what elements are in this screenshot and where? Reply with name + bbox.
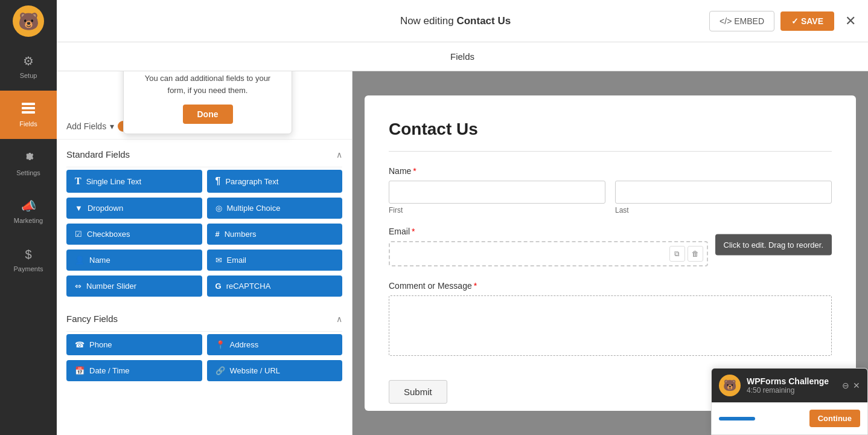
- field-btn-multiple-choice[interactable]: ◎ Multiple Choice: [207, 198, 343, 219]
- email-delete-button[interactable]: 🗑: [688, 246, 703, 262]
- email-required-star: *: [412, 227, 415, 236]
- tooltip-popup: You can add additional fields to your fo…: [123, 71, 292, 134]
- field-btn-single-line-text[interactable]: T Single Line Text: [66, 170, 202, 193]
- save-button[interactable]: ✓ SAVE: [780, 11, 834, 31]
- sidebar-label-settings: Settings: [16, 169, 40, 176]
- form-preview: Contact Us Name * First: [365, 95, 856, 411]
- challenge-header: 🐻 WPForms Challenge 4:50 remaining ⊖ ✕: [712, 369, 867, 402]
- sidebar-label-payments: Payments: [14, 265, 43, 272]
- numbers-label: Numbers: [225, 230, 257, 239]
- close-button[interactable]: ✕: [845, 13, 856, 29]
- done-button[interactable]: Done: [183, 105, 233, 124]
- standard-fields-grid: T Single Line Text ¶ Paragraph Text ▼ Dr…: [57, 170, 352, 304]
- field-btn-recaptcha[interactable]: G reCAPTCHA: [207, 276, 343, 297]
- challenge-progress-bar: [719, 417, 755, 420]
- last-name-label: Last: [615, 206, 832, 214]
- email-label-text: Email: [389, 227, 410, 236]
- field-btn-paragraph-text[interactable]: ¶ Paragraph Text: [207, 170, 343, 193]
- multiple-choice-label: Multiple Choice: [227, 204, 281, 213]
- sidebar-item-settings[interactable]: Settings: [0, 139, 57, 187]
- paragraph-text-icon: ¶: [215, 176, 221, 187]
- field-btn-number-slider[interactable]: ⇔ Number Slider: [66, 276, 202, 297]
- sidebar-label-setup: Setup: [20, 72, 37, 79]
- dropdown-icon: ▼: [75, 204, 83, 213]
- last-name-wrap: Last: [615, 181, 832, 214]
- sidebar-item-fields[interactable]: Fields: [0, 91, 57, 139]
- email-field-dashed[interactable]: ⧉ 🗑: [389, 241, 708, 266]
- field-btn-checkboxes[interactable]: ☑ Checkboxes: [66, 224, 202, 245]
- field-btn-dropdown[interactable]: ▼ Dropdown: [66, 198, 202, 219]
- email-input-row: ⧉ 🗑 Click to edit. Drag to reorder.: [389, 241, 832, 269]
- address-icon: 📍: [215, 340, 225, 349]
- continue-button[interactable]: Continue: [809, 410, 860, 427]
- last-name-input[interactable]: [615, 181, 832, 204]
- left-panel: You can add additional fields to your fo…: [57, 71, 353, 435]
- checkboxes-icon: ☑: [75, 230, 82, 239]
- comment-field-group: Comment or Message *: [389, 281, 832, 358]
- bear-logo-icon: 🐻: [13, 5, 44, 37]
- recaptcha-label: reCAPTCHA: [226, 282, 271, 291]
- editing-prefix: Now editing: [400, 15, 457, 27]
- website-url-label: Website / URL: [230, 366, 281, 375]
- header-actions: </> EMBED ✓ SAVE ✕: [709, 11, 856, 31]
- sidebar-item-marketing[interactable]: 📣 Marketing: [0, 187, 57, 236]
- standard-fields-chevron[interactable]: ∧: [336, 150, 342, 160]
- sidebar: 🐻 ⚙ Setup Fields Settings 📣 Marketing $ …: [0, 0, 57, 435]
- form-divider: [389, 151, 832, 152]
- field-btn-name[interactable]: 👤 Name: [66, 250, 202, 271]
- top-header: Now editing Contact Us </> EMBED ✓ SAVE …: [57, 0, 868, 42]
- paragraph-text-label: Paragraph Text: [225, 177, 278, 186]
- field-btn-date-time[interactable]: 📅 Date / Time: [66, 360, 202, 381]
- chevron-down-icon: ▾: [110, 121, 114, 131]
- fields-tab[interactable]: Fields: [450, 51, 474, 62]
- challenge-title: WPForms Challenge: [747, 376, 829, 386]
- date-time-icon: 📅: [75, 366, 85, 375]
- add-fields-label: Add Fields: [66, 121, 106, 131]
- email-label: Email: [227, 256, 247, 265]
- field-btn-phone[interactable]: ☎ Phone: [66, 334, 202, 355]
- fancy-fields-chevron[interactable]: ∧: [336, 314, 342, 324]
- email-icon: ✉: [215, 256, 222, 265]
- number-slider-label: Number Slider: [86, 282, 136, 291]
- form-preview-title: Contact Us: [389, 120, 832, 139]
- field-btn-email[interactable]: ✉ Email: [207, 250, 343, 271]
- email-field-group: Email * ⧉ 🗑 Click to edit. Drag to reord…: [389, 227, 832, 269]
- submit-button[interactable]: Submit: [389, 380, 447, 404]
- multiple-choice-icon: ◎: [215, 204, 222, 213]
- standard-fields-title: Standard Fields: [66, 149, 130, 160]
- challenge-close-icon[interactable]: ✕: [853, 381, 860, 390]
- first-name-input[interactable]: [389, 181, 605, 204]
- fields-icon: [22, 103, 35, 117]
- field-btn-numbers[interactable]: # Numbers: [207, 224, 343, 245]
- email-input[interactable]: [396, 249, 701, 259]
- sidebar-label-fields: Fields: [19, 120, 37, 127]
- field-btn-website-url[interactable]: 🔗 Website / URL: [207, 360, 343, 381]
- embed-button[interactable]: </> EMBED: [709, 11, 774, 31]
- first-name-wrap: First: [389, 181, 605, 214]
- sidebar-item-payments[interactable]: $ Payments: [0, 236, 57, 284]
- challenge-close-icons: ⊖ ✕: [842, 381, 860, 390]
- name-required-star: *: [413, 166, 416, 176]
- challenge-minimize-icon[interactable]: ⊖: [842, 381, 849, 390]
- name-field-group: Name * First Last: [389, 166, 832, 214]
- name-label: Name: [89, 256, 110, 265]
- field-btn-address[interactable]: 📍 Address: [207, 334, 343, 355]
- settings-icon: [22, 150, 34, 166]
- phone-icon: ☎: [75, 340, 85, 349]
- payments-icon: $: [25, 248, 31, 262]
- challenge-timer: 4:50 remaining: [747, 386, 829, 395]
- first-name-label: First: [389, 206, 605, 214]
- marketing-icon: 📣: [21, 199, 36, 213]
- name-label: Name *: [389, 166, 832, 176]
- form-name: Contact Us: [456, 15, 511, 27]
- tooltip-text: You can add additional fields to your fo…: [136, 72, 279, 96]
- sidebar-logo: 🐻: [0, 0, 57, 42]
- challenge-header-left: 🐻 WPForms Challenge 4:50 remaining: [719, 375, 829, 396]
- challenge-body: Continue: [712, 402, 867, 434]
- name-icon: 👤: [75, 256, 85, 265]
- sidebar-item-setup[interactable]: ⚙ Setup: [0, 42, 57, 91]
- checkboxes-label: Checkboxes: [87, 230, 130, 239]
- email-copy-button[interactable]: ⧉: [669, 246, 685, 262]
- comment-input[interactable]: [389, 295, 832, 356]
- tab-add-fields[interactable]: Add Fields ▾: [66, 121, 129, 132]
